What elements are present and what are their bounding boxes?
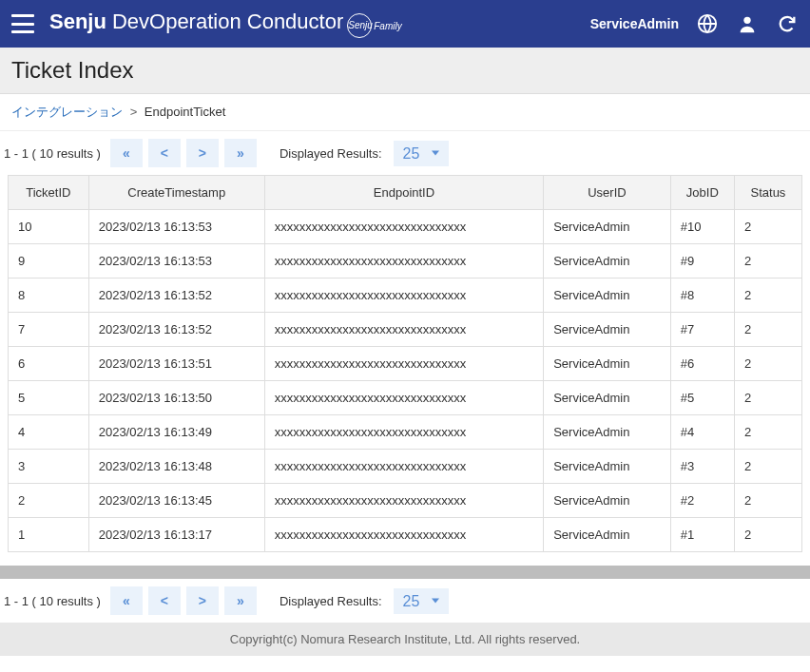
page-title: Ticket Index [11,57,799,84]
table-row[interactable]: 82023/02/13 16:13:52xxxxxxxxxxxxxxxxxxxx… [9,278,802,313]
cell-jobid: #5 [670,381,734,415]
cell-endpoint: xxxxxxxxxxxxxxxxxxxxxxxxxxxxxxx [264,450,543,484]
ticket-table: TicketID CreateTimestamp EndpointID User… [8,175,802,552]
cell-ticketid: 2 [9,484,89,518]
cell-ticketid: 5 [9,381,89,415]
cell-ticketid: 8 [9,278,89,313]
pager-prev-button[interactable]: < [148,139,181,167]
cell-timestamp: 2023/02/13 16:13:48 [88,450,264,484]
col-status[interactable]: Status [734,176,801,210]
cell-jobid: #4 [670,415,734,450]
table-row[interactable]: 72023/02/13 16:13:52xxxxxxxxxxxxxxxxxxxx… [9,313,802,347]
cell-timestamp: 2023/02/13 16:13:51 [88,347,264,381]
cell-endpoint: xxxxxxxxxxxxxxxxxxxxxxxxxxxxxxx [264,210,543,244]
table-row[interactable]: 52023/02/13 16:13:50xxxxxxxxxxxxxxxxxxxx… [9,381,802,415]
table-row[interactable]: 22023/02/13 16:13:45xxxxxxxxxxxxxxxxxxxx… [9,484,802,518]
pager-prev-button-bottom[interactable]: < [148,586,181,615]
cell-timestamp: 2023/02/13 16:13:49 [88,415,264,450]
cell-endpoint: xxxxxxxxxxxxxxxxxxxxxxxxxxxxxxx [264,518,543,552]
menu-icon[interactable] [11,14,34,33]
displayed-results-select[interactable]: 25 [394,141,449,166]
cell-status: 2 [734,484,801,518]
cell-status: 2 [734,518,801,552]
footer: Copyright(c) Nomura Research Institute, … [0,623,810,656]
toolbar-bottom: 1 - 1 ( 10 results ) « < > » Displayed R… [0,579,810,623]
cell-timestamp: 2023/02/13 16:13:50 [88,381,264,415]
brand: Senju DevOperation Conductor Senju Famil… [49,10,590,38]
cell-userid: ServiceAdmin [544,518,670,552]
cell-jobid: #7 [670,313,734,347]
cell-endpoint: xxxxxxxxxxxxxxxxxxxxxxxxxxxxxxx [264,381,543,415]
globe-icon[interactable] [696,12,719,35]
cell-userid: ServiceAdmin [544,381,670,415]
cell-ticketid: 6 [9,347,89,381]
page-title-bar: Ticket Index [0,48,810,94]
pager-next-button[interactable]: > [186,139,219,167]
breadcrumb-link[interactable]: インテグレーション [11,105,123,119]
cell-jobid: #8 [670,278,734,313]
displayed-results-select-bottom[interactable]: 25 [394,588,449,614]
cell-timestamp: 2023/02/13 16:13:17 [88,518,264,552]
user-icon[interactable] [736,12,759,35]
cell-jobid: #9 [670,244,734,278]
cell-jobid: #10 [670,210,734,244]
col-jobid[interactable]: JobID [670,176,734,210]
cell-endpoint: xxxxxxxxxxxxxxxxxxxxxxxxxxxxxxx [264,278,543,313]
cell-timestamp: 2023/02/13 16:13:53 [88,244,264,278]
pager-first-button[interactable]: « [110,139,143,167]
cell-ticketid: 7 [9,313,89,347]
cell-timestamp: 2023/02/13 16:13:45 [88,484,264,518]
table-row[interactable]: 102023/02/13 16:13:53xxxxxxxxxxxxxxxxxxx… [9,210,802,244]
pager-last-button-bottom[interactable]: » [224,586,257,615]
table-row[interactable]: 12023/02/13 16:13:17xxxxxxxxxxxxxxxxxxxx… [9,518,802,552]
pager-next-button-bottom[interactable]: > [186,586,219,615]
cell-timestamp: 2023/02/13 16:13:52 [88,313,264,347]
pager-first-button-bottom[interactable]: « [110,586,143,615]
results-count: 1 - 1 ( 10 results ) [4,146,101,161]
table-row[interactable]: 92023/02/13 16:13:53xxxxxxxxxxxxxxxxxxxx… [9,244,802,278]
cell-userid: ServiceAdmin [544,278,670,313]
col-ticketid[interactable]: TicketID [9,176,89,210]
cell-timestamp: 2023/02/13 16:13:53 [88,210,264,244]
brand-family: Senju Family [347,13,401,38]
separator-bar [0,566,810,579]
pager-last-button[interactable]: » [224,139,257,167]
brand-family-circle: Senju [347,13,372,38]
header-right: ServiceAdmin [590,12,799,35]
cell-jobid: #6 [670,347,734,381]
cell-status: 2 [734,244,801,278]
cell-endpoint: xxxxxxxxxxxxxxxxxxxxxxxxxxxxxxx [264,347,543,381]
cell-ticketid: 9 [9,244,89,278]
col-timestamp[interactable]: CreateTimestamp [88,176,264,210]
cell-endpoint: xxxxxxxxxxxxxxxxxxxxxxxxxxxxxxx [264,244,543,278]
cell-userid: ServiceAdmin [544,244,670,278]
displayed-results-label-bottom: Displayed Results: [280,594,382,608]
cell-status: 2 [734,415,801,450]
breadcrumb-sep: > [130,105,138,119]
cell-userid: ServiceAdmin [544,313,670,347]
displayed-results-select-wrap: 25 [394,141,449,166]
toolbar-top: 1 - 1 ( 10 results ) « < > » Displayed R… [0,131,810,175]
cell-endpoint: xxxxxxxxxxxxxxxxxxxxxxxxxxxxxxx [264,415,543,450]
cell-userid: ServiceAdmin [544,484,670,518]
app-header: Senju DevOperation Conductor Senju Famil… [0,0,810,48]
cell-timestamp: 2023/02/13 16:13:52 [88,278,264,313]
brand-main: Senju [49,10,106,34]
col-userid[interactable]: UserID [544,176,670,210]
displayed-results-select-wrap-bottom: 25 [394,588,449,614]
brand-family-text: Family [374,21,401,31]
header-username: ServiceAdmin [590,16,679,31]
breadcrumb-current: EndpointTicket [145,105,226,119]
cell-ticketid: 1 [9,518,89,552]
cell-ticketid: 3 [9,450,89,484]
table-row[interactable]: 62023/02/13 16:13:51xxxxxxxxxxxxxxxxxxxx… [9,347,802,381]
col-endpoint[interactable]: EndpointID [264,176,543,210]
table-row[interactable]: 32023/02/13 16:13:48xxxxxxxxxxxxxxxxxxxx… [9,450,802,484]
reload-icon[interactable] [776,12,799,35]
cell-userid: ServiceAdmin [544,415,670,450]
cell-userid: ServiceAdmin [544,450,670,484]
breadcrumb: インテグレーション > EndpointTicket [0,94,810,131]
cell-status: 2 [734,347,801,381]
table-row[interactable]: 42023/02/13 16:13:49xxxxxxxxxxxxxxxxxxxx… [9,415,802,450]
cell-status: 2 [734,450,801,484]
